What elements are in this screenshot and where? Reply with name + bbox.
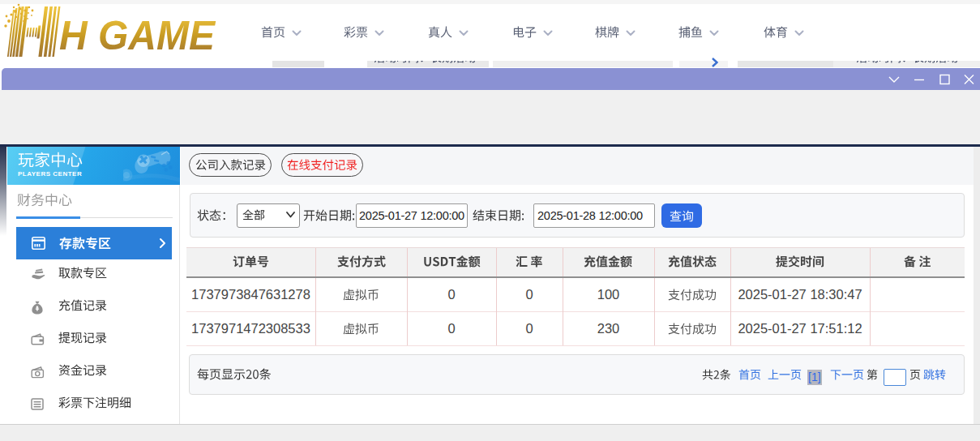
svg-text:H GAME: H GAME (59, 13, 216, 58)
